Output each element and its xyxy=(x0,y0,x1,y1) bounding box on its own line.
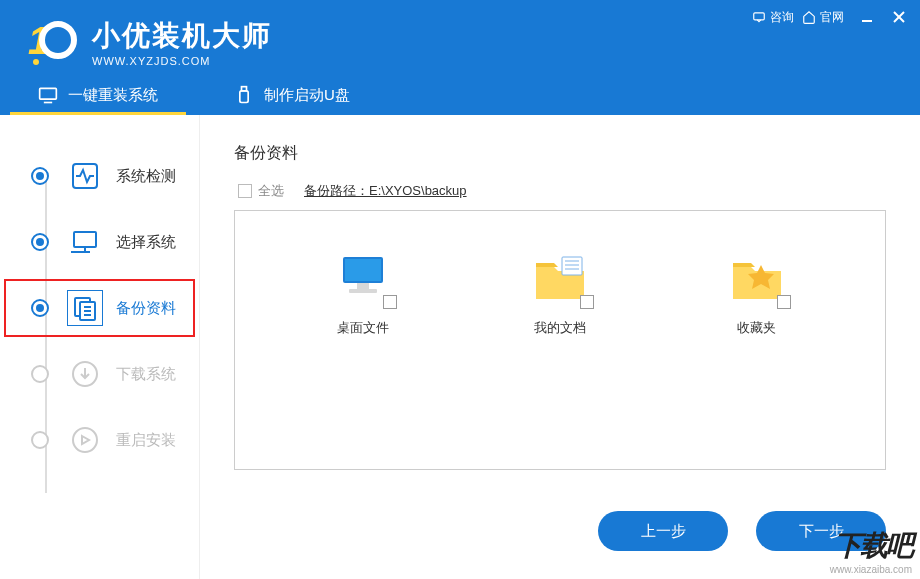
item-label: 我的文档 xyxy=(534,319,586,337)
desktop-files-icon xyxy=(335,251,391,307)
step-download[interactable]: 下载系统 xyxy=(0,341,199,407)
website-button[interactable]: 官网 xyxy=(802,9,844,26)
main: 备份资料 全选 备份路径：E:\XYOS\backup 桌面文件 xyxy=(200,115,920,579)
step-label: 下载系统 xyxy=(116,365,176,384)
step-dot xyxy=(31,431,49,449)
step-label: 选择系统 xyxy=(116,233,176,252)
svg-rect-10 xyxy=(242,87,247,91)
usb-icon xyxy=(234,85,254,105)
item-label: 收藏夹 xyxy=(737,319,776,337)
topbar: 咨询 官网 xyxy=(752,8,908,26)
step-label: 系统检测 xyxy=(116,167,176,186)
watermark-url: www.xiazaiba.com xyxy=(830,564,912,575)
close-icon xyxy=(893,11,905,23)
tab-reinstall[interactable]: 一键重装系统 xyxy=(0,75,196,115)
svg-rect-0 xyxy=(754,13,765,20)
select-all-label: 全选 xyxy=(258,182,284,200)
website-label: 官网 xyxy=(820,9,844,26)
header: 咨询 官网 1 小优装机大师 WWW.XYZJDS.COM 一键重装系统 制作启… xyxy=(0,0,920,115)
favorites-icon xyxy=(729,251,785,307)
step-dot xyxy=(31,365,49,383)
path-value: E:\XYOS\backup xyxy=(369,183,467,198)
step-dot xyxy=(31,167,49,185)
svg-rect-7 xyxy=(40,88,57,99)
restart-icon xyxy=(70,425,100,455)
step-dot xyxy=(31,299,49,317)
monitor-step-icon xyxy=(70,227,100,257)
item-checkbox[interactable] xyxy=(777,295,791,309)
logo-icon: 1 xyxy=(22,14,78,70)
svg-rect-24 xyxy=(357,283,369,289)
path-prefix: 备份路径： xyxy=(304,183,369,198)
consult-label: 咨询 xyxy=(770,9,794,26)
watermark-logo: 下载吧 xyxy=(834,527,912,565)
prev-button[interactable]: 上一步 xyxy=(598,511,728,551)
item-desktop[interactable]: 桌面文件 xyxy=(335,251,391,337)
tab-usb-label: 制作启动U盘 xyxy=(264,86,350,105)
items-box: 桌面文件 我的文档 收藏夹 xyxy=(234,210,886,470)
select-all[interactable]: 全选 xyxy=(238,182,284,200)
svg-rect-25 xyxy=(349,289,377,293)
step-label: 备份资料 xyxy=(116,299,176,318)
home-icon xyxy=(802,10,816,24)
checkbox-icon xyxy=(238,184,252,198)
pulse-icon xyxy=(70,161,100,191)
item-checkbox[interactable] xyxy=(580,295,594,309)
logo-text: 小优装机大师 WWW.XYZJDS.COM xyxy=(92,17,272,67)
svg-point-6 xyxy=(33,59,39,65)
chat-icon xyxy=(752,10,766,24)
close-button[interactable] xyxy=(890,8,908,26)
minimize-icon xyxy=(861,11,873,23)
step-check[interactable]: 系统检测 xyxy=(0,143,199,209)
item-favorites[interactable]: 收藏夹 xyxy=(729,251,785,337)
svg-rect-12 xyxy=(74,232,96,247)
sidebar: 系统检测 选择系统 备份资料 下载系统 重启安装 xyxy=(0,115,200,579)
item-checkbox[interactable] xyxy=(383,295,397,309)
step-label: 重启安装 xyxy=(116,431,176,450)
minimize-button[interactable] xyxy=(858,8,876,26)
app-title: 小优装机大师 xyxy=(92,17,272,55)
copy-icon xyxy=(70,293,100,323)
step-restart[interactable]: 重启安装 xyxy=(0,407,199,473)
tab-usb[interactable]: 制作启动U盘 xyxy=(196,75,388,115)
select-row: 全选 备份路径：E:\XYOS\backup xyxy=(238,182,886,200)
monitor-icon xyxy=(38,85,58,105)
svg-rect-23 xyxy=(345,259,381,281)
page-title: 备份资料 xyxy=(234,143,886,164)
step-dot xyxy=(31,233,49,251)
svg-point-21 xyxy=(73,428,97,452)
backup-path-link[interactable]: 备份路径：E:\XYOS\backup xyxy=(304,182,467,200)
item-documents[interactable]: 我的文档 xyxy=(532,251,588,337)
download-icon xyxy=(70,359,100,389)
step-backup[interactable]: 备份资料 xyxy=(0,275,199,341)
step-select[interactable]: 选择系统 xyxy=(0,209,199,275)
app-url: WWW.XYZJDS.COM xyxy=(92,55,272,67)
consult-button[interactable]: 咨询 xyxy=(752,9,794,26)
tabs: 一键重装系统 制作启动U盘 xyxy=(0,75,920,115)
documents-icon xyxy=(532,251,588,307)
svg-rect-9 xyxy=(240,91,248,103)
svg-rect-26 xyxy=(562,257,582,275)
body: 系统检测 选择系统 备份资料 下载系统 重启安装 备份资料 xyxy=(0,115,920,579)
tab-reinstall-label: 一键重装系统 xyxy=(68,86,158,105)
item-label: 桌面文件 xyxy=(337,319,389,337)
